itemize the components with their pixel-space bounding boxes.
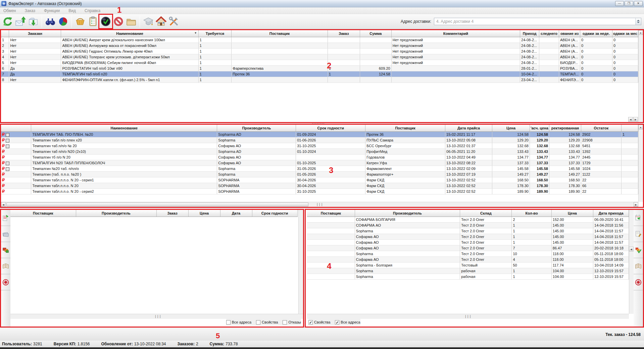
cell[interactable]: 1 <box>512 228 551 234</box>
cell[interactable]: АВЕН (AVENE) Акерат крем д/локального на… <box>61 37 198 43</box>
cell[interactable]: 1 <box>512 239 551 245</box>
column-header[interactable]: Требуется <box>198 30 232 37</box>
cell[interactable] <box>621 149 638 154</box>
cell[interactable] <box>621 188 638 194</box>
export-note-icon[interactable] <box>1 210 10 226</box>
cell[interactable]: Софарма АО <box>217 143 296 149</box>
checkbox-все-адреса[interactable]: Все адреса <box>226 320 251 325</box>
scroll-left-icon[interactable]: ◀ <box>628 117 633 122</box>
cell[interactable] <box>539 77 559 82</box>
cell[interactable]: Софарма АО <box>217 160 296 166</box>
cell[interactable] <box>232 48 328 54</box>
cell[interactable]: Нет <box>9 77 61 82</box>
cell[interactable]: 133.43 <box>492 149 530 154</box>
cell[interactable]: ₽ <box>1 171 31 177</box>
cell[interactable]: Sopharma <box>355 228 460 234</box>
table-row[interactable]: СОФАРМА БОЛГАРИЯТест 2.0 Олег2152.0006-0… <box>307 217 629 222</box>
refresh-icon[interactable] <box>1 15 14 28</box>
vertical-scrollbar[interactable]: ◀ <box>629 210 634 314</box>
cell[interactable]: Нет <box>9 54 61 60</box>
cell[interactable]: 132.68 <box>492 143 530 149</box>
cell[interactable]: Фарм СКД <box>365 177 445 183</box>
column-header[interactable]: Поставщик <box>232 30 328 37</box>
cell[interactable] <box>307 234 355 239</box>
column-header[interactable]: следнего <box>539 30 559 37</box>
cell[interactable]: 24-08-2... <box>520 48 539 54</box>
cell[interactable]: 1 <box>198 54 232 60</box>
cell[interactable] <box>232 43 328 48</box>
cell[interactable]: 1 <box>1 37 9 43</box>
column-header[interactable]: одажи за неде. <box>580 30 612 37</box>
cell[interactable]: 0 <box>580 43 612 48</box>
catalog-book-icon[interactable] <box>634 258 643 274</box>
cell[interactable]: 134.77 <box>492 154 530 160</box>
vertical-scrollbar[interactable]: ▲ <box>638 30 643 122</box>
cell[interactable] <box>360 60 392 65</box>
cell[interactable]: 178.30 <box>549 183 581 188</box>
checkbox-icon[interactable]: ✓ <box>308 320 313 325</box>
import-folder-icon[interactable] <box>27 15 40 28</box>
cell[interactable]: Фармаполторг+ <box>365 171 445 177</box>
cell[interactable]: Фармкомплект <box>365 166 445 171</box>
cell[interactable]: 13-10-2022 04:49 <box>445 154 492 160</box>
cell[interactable]: Нет <box>9 37 61 43</box>
cell[interactable] <box>328 60 360 65</box>
table-row[interactable]: SopharmaТест 2.0 Олег1145.0014-04-2018 1… <box>307 228 629 234</box>
table-row[interactable]: ₽Темпалгин таб.п/п/о № 20Софарма АО31-10… <box>1 143 638 149</box>
cell[interactable]: ₽ <box>1 143 31 149</box>
horizontal-scrollbar[interactable]: ◀ ┃┃┃ ▶ <box>1 202 638 207</box>
cell[interactable]: Темпалгин табл.п.п.о. N 20 - серия1 <box>31 177 217 183</box>
cell[interactable] <box>539 43 559 48</box>
column-header[interactable]: Цена <box>492 125 530 131</box>
cell[interactable]: Софарма АО <box>355 239 460 245</box>
cell[interactable] <box>328 48 360 54</box>
cell[interactable]: 12-10-2019 15:57 <box>593 274 629 279</box>
cell[interactable]: 14-04-2018 11:57 <box>593 228 629 234</box>
horizontal-scrollbar[interactable]: ┃┃┃ <box>10 314 303 319</box>
cell[interactable]: Sopharma AD <box>217 149 296 154</box>
table-row[interactable]: 7ДаТЕМПАЛГИН таб п/об n201Протек 361124.… <box>1 71 638 77</box>
cell[interactable]: 133.43 <box>549 149 581 154</box>
cell[interactable]: 7 <box>512 245 551 251</box>
cell[interactable]: ПрофитМед <box>365 149 445 154</box>
cell[interactable]: БИОДЕРМА (BIODERMA) Себиум пилинг ночной… <box>61 60 198 65</box>
table-row[interactable]: 5НетБИОДЕРМА (BIODERMA) Себиум пилинг но… <box>1 60 638 65</box>
cell[interactable]: АВЕН (AVENE) Антиружер маска от покрасне… <box>61 43 198 48</box>
cell[interactable]: Sopharma <box>217 137 296 143</box>
splitter-handle[interactable]: ┃┃┃ <box>465 315 472 318</box>
checkbox-свойства[interactable]: ✓Свойства <box>308 320 330 325</box>
cell[interactable]: Софарма АО <box>355 245 460 251</box>
cell[interactable]: 124.58 <box>492 131 530 137</box>
pharmacy-cross-icon[interactable] <box>634 274 643 290</box>
cell[interactable]: РОЗУВАСТАТИН таб п/об 10мг п90 <box>61 65 198 71</box>
cell[interactable]: ₽ <box>1 160 31 166</box>
cell[interactable]: 1 <box>198 71 232 77</box>
cell[interactable]: Нет <box>9 43 61 48</box>
table-row[interactable]: 3НетАВЕН (AVENE) Гидранс Оптималь Лежер … <box>1 48 638 54</box>
cell[interactable]: 0 <box>612 37 638 43</box>
cell[interactable]: Темпалгин (таб. п.п.о. №20 ) <box>31 171 217 177</box>
note-pencil-icon[interactable] <box>634 226 643 242</box>
cell[interactable] <box>539 65 559 71</box>
cell[interactable]: 168.50 <box>549 177 581 183</box>
cell[interactable]: 124.58 <box>549 131 581 137</box>
column-header[interactable]: Склад <box>460 210 512 217</box>
cell[interactable]: 10-04-2... <box>520 71 539 77</box>
cell[interactable]: 13-10-2022 08:22 <box>445 160 492 166</box>
cell[interactable]: Софарма АО <box>217 154 296 160</box>
cell[interactable]: 0 <box>580 54 612 60</box>
cell[interactable]: 133.43 <box>530 149 549 154</box>
catalog-book-icon[interactable] <box>1 258 10 274</box>
cell[interactable]: 10 <box>512 251 551 256</box>
cell[interactable]: Нет <box>9 60 61 65</box>
cell[interactable]: Нет предложений <box>391 43 520 48</box>
blocks-check-icon[interactable] <box>634 242 643 258</box>
checkbox-icon[interactable] <box>283 320 287 325</box>
cell[interactable]: Тест 2.0 Олег <box>460 234 512 239</box>
column-header[interactable]: Производитель <box>76 210 156 217</box>
cell[interactable]: 145.00 <box>551 228 593 234</box>
cell[interactable] <box>621 160 638 166</box>
column-header[interactable]: Дата прихода <box>593 210 629 217</box>
cell[interactable]: 24-08-2... <box>520 60 539 65</box>
scroll-left-icon[interactable]: ◀ <box>629 247 634 251</box>
